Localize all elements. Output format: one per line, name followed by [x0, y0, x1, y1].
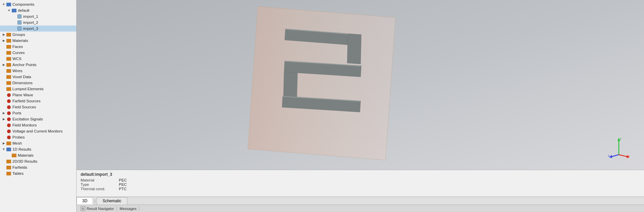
expand-icon-groups[interactable]: ▶ — [1, 33, 6, 36]
sidebar-item-import_1[interactable]: import_1 — [0, 13, 76, 19]
item-label-faces: Faces — [12, 45, 23, 49]
expand-icon-components[interactable]: ▼ — [1, 3, 6, 6]
item-label-components: Components — [12, 2, 34, 6]
sidebar-item-components[interactable]: ▼Components — [0, 1, 76, 7]
expand-icon-excitation-signals[interactable]: ▶ — [1, 117, 6, 121]
expand-icon-materials[interactable]: ▶ — [1, 39, 6, 42]
svg-marker-5 — [283, 72, 297, 99]
item-label-groups: Groups — [12, 33, 25, 37]
sidebar-item-lumped-elements[interactable]: Lumped Elements — [0, 86, 76, 92]
item-label-dimensions: Dimensions — [12, 81, 33, 85]
expand-icon-mesh[interactable]: ▶ — [1, 142, 6, 145]
result-navigator-status: × Result Navigator — [78, 206, 117, 211]
item-label-excitation-signals: Excitation Signals — [12, 117, 43, 121]
sidebar-item-materials[interactable]: ▶Materials — [0, 38, 76, 44]
sidebar-item-import_3[interactable]: import_3 — [0, 25, 76, 32]
sidebar-item-voltage-current-monitors[interactable]: Voltage and Current Monitors — [0, 128, 76, 134]
bottom-tabs: 3D|Schematic — [77, 197, 644, 205]
info-value-material: PEC — [119, 178, 640, 182]
sidebar-item-groups[interactable]: ▶Groups — [0, 32, 76, 38]
item-icon-probes — [6, 135, 11, 140]
item-icon-mesh — [6, 141, 11, 146]
sidebar-item-dimensions[interactable]: Dimensions — [0, 80, 76, 86]
sidebar-item-wires[interactable]: Wires — [0, 68, 76, 74]
sidebar-item-faces[interactable]: Faces — [0, 44, 76, 50]
messages-label: Messages — [120, 207, 136, 211]
tab-schematic[interactable]: Schematic — [97, 197, 127, 205]
sidebar-item-anchor-points[interactable]: ▶Anchor Points — [0, 62, 76, 68]
item-label-1d-results: 1D Results — [12, 147, 31, 151]
sidebar-item-probes[interactable]: Probes — [0, 134, 76, 140]
item-label-farfields: Farfields — [12, 165, 27, 169]
sidebar: ▼Components▼defaultimport_1import_2impor… — [0, 0, 77, 212]
sidebar-item-import_2[interactable]: import_2 — [0, 19, 76, 25]
sidebar-item-field-sources[interactable]: Field Sources — [0, 104, 76, 110]
item-label-farfield-sources: Farfield Sources — [12, 99, 41, 103]
item-label-curves: Curves — [12, 51, 25, 55]
sidebar-item-excitation-signals[interactable]: ▶Excitation Signals — [0, 116, 76, 122]
info-value-type: PEC — [119, 182, 640, 187]
sidebar-item-voxel-data[interactable]: Voxel Data — [0, 74, 76, 80]
sidebar-item-field-monitors[interactable]: Field Monitors — [0, 122, 76, 128]
svg-text:z: z — [608, 154, 610, 157]
info-panel: default:import_3 MaterialPECTypePECTherm… — [77, 170, 644, 197]
sidebar-item-2d3d-results[interactable]: 2D/3D Results — [0, 158, 76, 164]
item-icon-wcs — [6, 56, 11, 61]
item-label-plane-wave: Plane Wave — [12, 93, 33, 97]
expand-icon-anchor-points[interactable]: ▶ — [1, 63, 6, 66]
expand-icon-default[interactable]: ▼ — [7, 9, 11, 12]
item-label-import_1: import_1 — [23, 14, 38, 18]
sidebar-item-tables[interactable]: Tables — [0, 170, 76, 176]
sidebar-item-farfield-sources[interactable]: Farfield Sources — [0, 98, 76, 104]
sidebar-item-plane-wave[interactable]: Plane Wave — [0, 92, 76, 98]
sidebar-item-wcs[interactable]: WCS — [0, 56, 76, 62]
item-icon-field-sources — [6, 105, 11, 109]
sidebar-item-farfields[interactable]: Farfields — [0, 164, 76, 170]
item-icon-faces — [6, 44, 11, 49]
item-icon-import_3 — [17, 26, 22, 31]
result-navigator-close[interactable]: × — [81, 206, 85, 211]
sidebar-item-ports[interactable]: ▶Ports — [0, 110, 76, 116]
tab-separator: | — [94, 199, 95, 203]
status-bar: × Result Navigator Messages — [77, 205, 644, 212]
item-label-2d3d-results: 2D/3D Results — [12, 159, 37, 163]
info-value-thermal-cond.: PTC — [119, 187, 640, 191]
result-navigator-label: Result Navigator — [87, 207, 114, 211]
item-label-wires: Wires — [12, 69, 22, 73]
tab-3d[interactable]: 3D — [77, 197, 93, 205]
item-icon-materials — [6, 38, 11, 43]
item-label-anchor-points: Anchor Points — [12, 63, 37, 67]
item-icon-1d-results — [6, 147, 11, 152]
svg-text:x: x — [628, 154, 630, 158]
item-label-materials-sub: Materials — [18, 153, 34, 157]
expand-icon-ports[interactable]: ▶ — [1, 111, 6, 115]
sidebar-item-default[interactable]: ▼default — [0, 7, 76, 13]
item-icon-dimensions — [6, 81, 11, 85]
item-icon-farfields — [6, 165, 11, 170]
item-label-field-sources: Field Sources — [12, 105, 36, 109]
info-table: MaterialPECTypePECThermal cond.PTC — [81, 178, 640, 191]
item-icon-groups — [6, 32, 11, 37]
sidebar-item-materials-sub[interactable]: Materials — [0, 152, 76, 158]
item-label-ports: Ports — [12, 111, 21, 115]
item-label-default: default — [18, 8, 30, 12]
item-label-import_2: import_2 — [23, 20, 38, 24]
item-label-voltage-current-monitors: Voltage and Current Monitors — [12, 129, 63, 133]
item-icon-components — [6, 2, 11, 7]
svg-text:y: y — [620, 137, 622, 140]
item-label-voxel-data: Voxel Data — [12, 75, 31, 79]
sidebar-item-1d-results[interactable]: ▼1D Results — [0, 146, 76, 152]
item-icon-wires — [6, 68, 11, 73]
item-icon-tables — [6, 171, 11, 176]
info-title: default:import_3 — [81, 172, 640, 177]
item-label-wcs: WCS — [12, 57, 21, 61]
3d-scene — [77, 0, 644, 170]
item-label-import_3: import_3 — [23, 26, 38, 31]
item-icon-excitation-signals — [6, 117, 11, 121]
item-icon-plane-wave — [6, 93, 11, 97]
sidebar-item-curves[interactable]: Curves — [0, 50, 76, 56]
item-icon-lumped-elements — [6, 87, 11, 91]
item-icon-anchor-points — [6, 62, 11, 67]
sidebar-item-mesh[interactable]: ▶Mesh — [0, 140, 76, 146]
expand-icon-1d-results[interactable]: ▼ — [1, 148, 6, 151]
